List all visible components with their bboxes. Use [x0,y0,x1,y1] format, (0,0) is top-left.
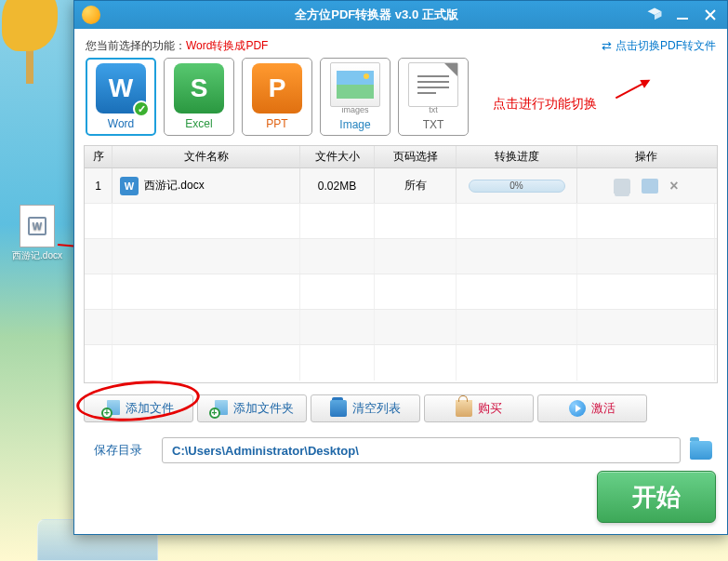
remove-row-button[interactable]: × [669,178,678,194]
minimize-icon [676,8,689,21]
format-label: TXT [423,118,444,131]
txt-icon [408,62,458,107]
app-logo-icon [82,6,100,24]
browse-folder-button[interactable] [690,441,712,460]
titlebar[interactable]: 全方位PDF转换器 v3.0 正式版 [74,1,727,29]
close-icon [704,8,717,21]
activate-button[interactable]: 激活 [537,394,647,422]
start-button[interactable]: 开始 [597,471,716,523]
save-dir-label: 保存目录 [84,442,152,459]
annotation-text: 点击进行功能切换 [493,96,597,113]
buy-button[interactable]: 购买 [424,394,534,422]
format-card-image[interactable]: imagesImage [320,58,390,136]
open-folder-icon[interactable] [642,179,658,194]
table-row[interactable]: 1W西游记.docx0.02MB所有0%× [85,168,717,204]
table-row-empty [85,310,717,345]
swap-icon: ⇄ [602,39,612,53]
desktop-decoration [9,0,60,93]
window-title: 全方位PDF转换器 v3.0 正式版 [108,7,645,23]
activate-icon [569,400,586,417]
format-card-excel[interactable]: SExcel [164,58,234,136]
table-row-empty [85,274,717,310]
add-file-icon: + [103,400,120,417]
clear-list-button[interactable]: 清空列表 [311,394,420,422]
format-card-word[interactable]: W✓Word [86,58,156,136]
table-row-empty [85,345,717,381]
image-icon [330,62,380,107]
upload-icon[interactable] [614,179,630,194]
desktop-file-label: 西游记.docx [9,249,65,262]
svg-rect-0 [677,18,688,20]
check-icon: ✓ [133,100,150,117]
action-button-row: + 添加文件 + 添加文件夹 清空列表 购买 激活 [74,383,727,426]
pin-button[interactable] [645,6,664,24]
ppt-icon: P [252,63,302,114]
desktop-file[interactable]: W 西游记.docx [9,205,65,262]
page-select[interactable]: 所有 [375,168,457,203]
format-label: Excel [185,117,212,130]
add-file-button[interactable]: + 添加文件 [84,394,193,422]
progress-bar: 0% [469,180,565,193]
format-label: Image [339,118,370,131]
word-icon: W [120,177,139,195]
format-label: PPT [266,117,287,130]
word-icon: W✓ [96,63,146,114]
word-doc-icon: W [20,205,55,247]
format-card-ppt[interactable]: PPPT [242,58,312,136]
trash-icon [330,400,347,417]
table-row-empty [85,204,717,239]
table-row-empty [85,239,717,274]
pin-icon [646,7,663,23]
app-window: 全方位PDF转换器 v3.0 正式版 您当前选择的功能：Word转换成PDF ⇄… [73,0,728,535]
format-card-txt[interactable]: txtTXT [398,58,469,136]
save-path-input[interactable]: C:\Users\Administrator\Desktop\ [162,437,681,463]
minimize-button[interactable] [673,6,692,24]
add-folder-button[interactable]: + 添加文件夹 [197,394,307,422]
table-header: 序 文件名称 文件大小 页码选择 转换进度 操作 [85,146,717,168]
switch-mode-link[interactable]: ⇄ 点击切换PDF转文件 [602,38,716,54]
bag-icon [456,400,472,417]
format-label: Word [108,117,134,130]
current-function-label: 您当前选择的功能：Word转换成PDF [86,38,268,54]
excel-icon: S [174,63,224,114]
add-folder-icon: + [211,400,228,417]
file-table: 序 文件名称 文件大小 页码选择 转换进度 操作 1W西游记.docx0.02M… [84,145,718,383]
close-button[interactable] [701,6,720,24]
